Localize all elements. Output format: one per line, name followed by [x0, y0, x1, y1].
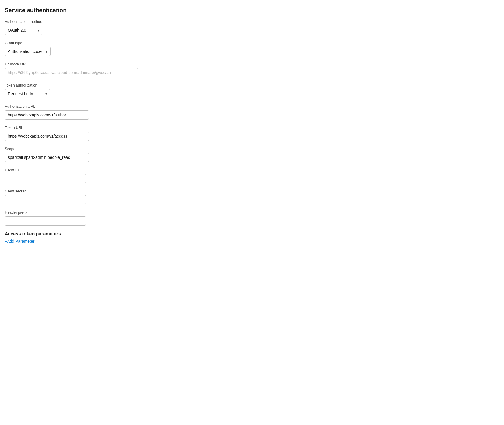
client-id-group: Client ID [5, 168, 499, 183]
grant-type-group: Grant type Authorization code Client cre… [5, 41, 499, 56]
header-prefix-input[interactable] [5, 216, 86, 226]
access-token-params-title: Access token parameters [5, 231, 499, 237]
grant-type-select-wrapper: Authorization code Client credentials Im… [5, 47, 51, 56]
token-auth-group: Token authorization Request body Basic A… [5, 83, 499, 98]
auth-method-select[interactable]: OAuth 2.0 Basic API Key None [5, 26, 42, 35]
auth-method-label: Authentication method [5, 19, 499, 24]
client-id-label: Client ID [5, 168, 499, 172]
token-auth-select[interactable]: Request body Basic Auth header [5, 89, 50, 98]
auth-method-group: Authentication method OAuth 2.0 Basic AP… [5, 19, 499, 35]
grant-type-label: Grant type [5, 41, 499, 45]
token-url-group: Token URL [5, 125, 499, 141]
authorization-url-group: Authorization URL [5, 104, 499, 120]
client-secret-input[interactable] [5, 195, 86, 204]
header-prefix-group: Header prefix [5, 210, 499, 226]
header-prefix-label: Header prefix [5, 210, 499, 215]
authorization-url-input[interactable] [5, 110, 89, 120]
scope-input[interactable] [5, 153, 89, 162]
grant-type-select[interactable]: Authorization code Client credentials Im… [5, 47, 51, 56]
client-secret-label: Client secret [5, 189, 499, 193]
scope-group: Scope [5, 147, 499, 162]
callback-url-group: Callback URL [5, 62, 499, 77]
token-url-label: Token URL [5, 125, 499, 130]
callback-url-label: Callback URL [5, 62, 499, 66]
token-auth-label: Token authorization [5, 83, 499, 87]
callback-url-input[interactable] [5, 68, 138, 77]
add-parameter-link[interactable]: +Add Parameter [5, 239, 34, 244]
token-auth-select-wrapper: Request body Basic Auth header [5, 89, 50, 98]
scope-label: Scope [5, 147, 499, 151]
token-url-input[interactable] [5, 132, 89, 141]
page-title: Service authentication [5, 7, 499, 14]
access-token-params-section: Access token parameters +Add Parameter [5, 231, 499, 244]
client-secret-group: Client secret [5, 189, 499, 204]
authorization-url-label: Authorization URL [5, 104, 499, 109]
client-id-input[interactable] [5, 174, 86, 183]
auth-method-select-wrapper: OAuth 2.0 Basic API Key None [5, 26, 42, 35]
